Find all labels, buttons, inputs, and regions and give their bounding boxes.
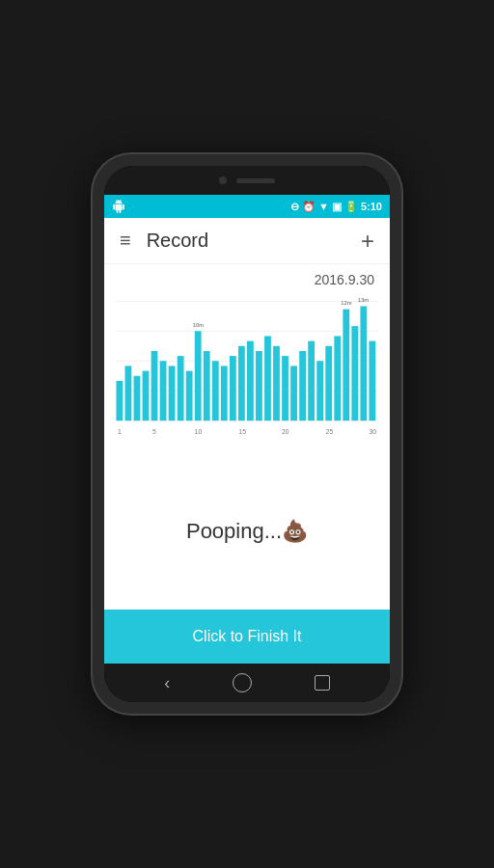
top-bezel [104,166,390,195]
status-left [112,200,127,213]
android-nav-bar: ‹ [104,664,390,702]
svg-rect-8 [143,371,150,421]
finish-button[interactable]: Click to Finish It [104,610,390,664]
svg-text:20: 20 [282,427,289,434]
svg-rect-7 [134,376,141,420]
svg-text:25: 25 [326,427,334,434]
svg-text:30: 30 [369,427,376,434]
back-button[interactable]: ‹ [164,673,170,693]
bar-chart-area: 10m 12m 13m 1 5 10 15 20 25 30 [116,291,378,446]
camera [219,176,227,184]
android-icon [112,200,125,213]
svg-rect-13 [186,371,193,421]
home-button[interactable] [233,673,252,692]
svg-rect-25 [290,366,297,420]
svg-text:5: 5 [152,427,156,434]
svg-rect-24 [282,356,288,420]
svg-text:1: 1 [118,427,122,434]
menu-button[interactable]: ≡ [120,230,131,252]
chart-container: 10m 12m 13m 1 5 10 15 20 25 30 [104,291,390,453]
svg-rect-6 [125,366,132,420]
battery-icon: 🔋 [344,201,358,213]
speaker [236,178,275,183]
finish-button-label: Click to Finish It [193,628,302,645]
svg-rect-26 [299,351,306,420]
bar-chart-svg: 10m 12m 13m 1 5 10 15 20 25 30 [116,291,378,446]
phone-device: ⊖ ⏰ ▼ ▣ 🔋 5:10 ≡ Record + 2016.9.30 [93,154,401,714]
svg-rect-11 [169,366,176,420]
svg-text:10m: 10m [193,322,204,328]
svg-rect-32 [351,326,358,420]
date-label: 2016.9.30 [104,264,390,291]
do-not-disturb-icon: ⊖ [290,201,299,213]
svg-rect-22 [264,336,271,420]
svg-rect-30 [334,336,341,420]
svg-rect-28 [316,361,323,420]
status-bar: ⊖ ⏰ ▼ ▣ 🔋 5:10 [104,195,390,218]
app-bar: ≡ Record + [104,218,390,264]
add-button[interactable]: + [361,228,374,255]
svg-text:15: 15 [238,427,246,434]
svg-rect-5 [116,381,123,420]
phone-screen: ⊖ ⏰ ▼ ▣ 🔋 5:10 ≡ Record + 2016.9.30 [104,166,390,702]
svg-rect-23 [273,346,280,420]
svg-text:10: 10 [195,427,203,434]
svg-rect-17 [221,366,228,420]
svg-rect-31 [343,310,349,421]
svg-rect-21 [256,351,262,420]
pooping-section: Pooping...💩 [104,453,390,610]
alarm-icon: ⏰ [302,201,316,213]
status-right: ⊖ ⏰ ▼ ▣ 🔋 5:10 [290,201,382,213]
pooping-text: Pooping...💩 [186,519,308,544]
svg-rect-33 [360,306,367,420]
wifi-icon: ▼ [318,201,329,212]
svg-rect-14 [195,331,202,420]
time-display: 5:10 [361,201,382,212]
svg-rect-27 [308,341,315,421]
svg-rect-12 [178,356,184,420]
svg-rect-19 [238,346,245,420]
recent-button[interactable] [315,675,330,691]
svg-rect-20 [247,341,254,421]
page-title: Record [147,230,361,252]
svg-rect-29 [325,346,332,420]
svg-rect-9 [151,351,158,420]
svg-text:12m: 12m [341,300,351,306]
main-content: 2016.9.30 [104,264,390,664]
svg-rect-16 [212,361,219,420]
svg-rect-18 [230,356,236,420]
svg-rect-15 [204,351,210,420]
svg-rect-34 [369,341,375,421]
svg-rect-10 [160,361,167,420]
svg-text:13m: 13m [358,297,369,303]
signal-icon: ▣ [332,201,342,213]
